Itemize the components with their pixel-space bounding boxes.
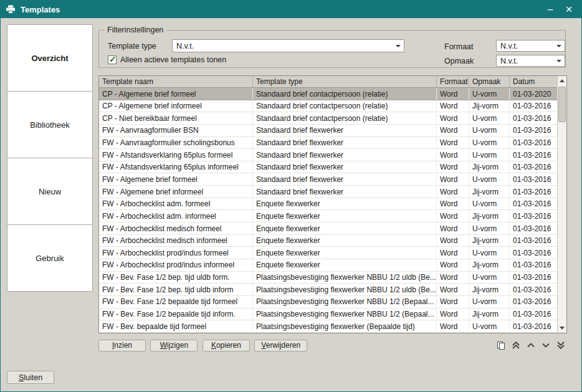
table-row[interactable]: FW - Aanvraagformulier scholingsbonusSta… [99,137,557,150]
table-cell: CP - Niet bereikbaar formeel [99,112,253,124]
template-type-select[interactable]: N.v.t. [172,39,404,52]
table-cell: Word [437,173,469,185]
table-cell: Word [437,235,469,247]
table-cell: Jij-vorm [469,210,510,222]
table-cell: U-vorm [469,198,510,210]
table-cell: Word [437,284,469,295]
table-row[interactable]: FW - Arbochecklist adm. informeelEnquete… [99,210,557,222]
table-cell: 01-03-2016 [510,247,557,259]
table-row[interactable]: FW - Afstandsverklaring 65plus informeel… [99,161,557,174]
templates-icon [6,5,16,14]
table-row[interactable]: FW - Arbochecklist adm. formeelEnquete f… [99,198,557,211]
scrollbar-thumb[interactable] [558,87,566,122]
table-cell: Word [437,149,469,161]
table-row[interactable]: FW - Arbochecklist prod/indus informeelE… [99,259,557,272]
table-cell: Word [437,259,469,271]
table-cell: 01-03-2016 [510,125,557,136]
table-cell: Jij-vorm [469,161,510,173]
table-cell: FW - Bev. Fase 1/2 bep. tijd uldb form. [99,272,253,284]
scroll-up-icon[interactable] [558,76,566,85]
sluiten-button[interactable]: Sluiten [7,371,54,384]
table-cell: Word [437,100,469,112]
next-record-button[interactable] [541,340,551,350]
double-chevron-up-icon [512,341,520,350]
table-row[interactable]: CP - Algemene brief formeelStandaard bri… [99,88,557,100]
table-cell: U-vorm [469,137,510,149]
opmaak-select[interactable]: N.v.t. [496,55,565,67]
table-cell: Enquete flexwerker [253,222,437,234]
sidebar-item-nieuw[interactable]: Nieuw [7,158,93,225]
table-row[interactable]: FW - Bev. bepaalde tijd formeelPlaatsing… [99,320,557,333]
table-cell: 01-03-2016 [510,137,557,149]
table-row[interactable]: FW - Bev. Fase 1/2 bepaalde tijd inform.… [99,308,557,321]
column-header[interactable]: Opmaak [469,76,510,87]
table-row[interactable]: CP - Niet bereikbaar formeelStandaard br… [99,112,557,125]
table-row[interactable]: CP - Algemene brief informeelStandaard b… [99,100,557,113]
table-cell: Plaatsingsbevestiging flexwerker NBBU 1/… [253,272,437,284]
table-cell: Plaatsingsbevestiging flexwerker NBBU 1/… [253,296,437,308]
column-header[interactable]: Template type [253,76,437,87]
table-cell: Word [437,161,469,173]
inzien-button[interactable]: Inzien [98,340,146,351]
table-cell: FW - Aanvraagformulier scholingsbonus [99,137,253,149]
column-header[interactable]: Datum [510,76,557,87]
opmaak-value: N.v.t. [500,57,518,65]
table-cell: FW - Arbochecklist prod/indus informeel [99,259,253,271]
chevron-up-icon [527,341,535,350]
table-cell: U-vorm [469,125,510,136]
table-row[interactable]: FW - Algemene brief informeelStandaard b… [99,186,557,198]
table-row[interactable]: FW - Algemene brief formeelStandaard bri… [99,173,557,186]
table-row[interactable]: FW - Arbochecklist prod/indus formeelEnq… [99,247,557,259]
column-header[interactable]: Template naam [99,76,253,87]
double-chevron-down-icon [556,341,565,350]
column-header[interactable]: Formaat [437,76,469,87]
table-row[interactable]: FW - Bev. Fase 1/2 bep. tijd uldb inform… [99,284,557,296]
table-cell: Plaatsingsbevestiging flexwerker (Bepaal… [253,320,437,332]
table-cell: U-vorm [469,320,510,332]
scroll-down-icon[interactable] [558,323,566,333]
table-cell: FW - Afstandsverklaring 65plus informeel [99,161,253,173]
table-row[interactable]: FW - Bev. Fase 1/2 bepaalde tijd formeel… [99,296,557,308]
first-record-button[interactable] [511,340,521,350]
table-cell: FW - Afstandsverklaring 65plus formeel [99,149,253,161]
verwijderen-button[interactable]: Verwijderen [254,340,307,351]
sidebar-item-label: Bibliotheek [30,120,70,130]
minimize-icon[interactable]: – [543,2,558,16]
table-cell: U-vorm [469,173,510,185]
kopieren-button[interactable]: Kopieren [203,340,250,351]
sidebar-item-gebruik[interactable]: Gebruik [7,224,93,292]
copy-record-button[interactable] [496,340,506,350]
table-cell: Enquete flexwerker [253,235,437,247]
table-cell: 01-03-2016 [510,100,557,112]
previous-record-button[interactable] [526,340,536,350]
table-cell: Word [437,272,469,284]
templates-window: Templates – × Overzicht Bibliotheek Nieu… [0,0,582,392]
table-cell: Standaard brief contactpersoon (relatie) [253,100,437,112]
copy-icon [497,341,505,350]
table-cell: Word [437,247,469,259]
table-row[interactable]: FW - Aanvraagformulier BSNStandaard brie… [99,125,557,137]
table-row[interactable]: FW - Bev. Fase 1/2 bep. tijd uldb form.P… [99,272,557,284]
title-bar: Templates – × [1,1,581,18]
sidebar-item-label: Gebruik [36,254,64,263]
window-title: Templates [21,5,60,14]
template-type-label: Template type [108,42,156,50]
table-cell: FW - Bev. Fase 1/2 bep. tijd uldb inform [99,284,253,295]
sidebar-item-overzicht[interactable]: Overzicht [7,24,93,92]
table-cell: Standaard brief flexwerker [253,149,437,161]
table-row[interactable]: FW - Arbochecklist medisch formeelEnquet… [99,222,557,235]
close-icon[interactable]: × [561,2,576,16]
table-scrollbar[interactable] [557,76,566,333]
table-row[interactable]: FW - Afstandsverklaring 65plus formeelSt… [99,149,557,161]
wijzigen-button[interactable]: Wijzigen [150,340,198,351]
table-row[interactable]: FW - Arbochecklist medisch informeelEnqu… [99,235,557,247]
table-cell: Standaard brief flexwerker [253,161,437,173]
last-record-button[interactable] [556,340,566,350]
sidebar-item-bibliotheek[interactable]: Bibliotheek [7,91,93,158]
formaat-select[interactable]: N.v.t. [496,40,565,52]
table-cell: FW - Arbochecklist medisch formeel [99,222,253,234]
table-cell: Word [437,112,469,124]
table-cell: U-vorm [469,296,510,308]
template-type-value: N.v.t. [176,42,194,50]
active-templates-checkbox[interactable] [108,55,117,64]
